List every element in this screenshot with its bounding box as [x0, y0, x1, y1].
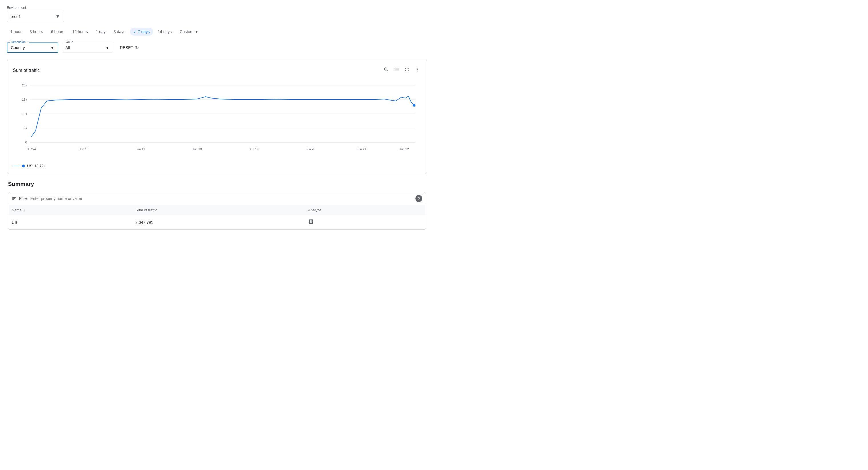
environment-value: prod1: [10, 14, 21, 19]
reset-label: RESET: [120, 45, 133, 50]
time-btn-14d[interactable]: 14 days: [154, 28, 175, 36]
time-btn-1d[interactable]: 1 day: [93, 28, 109, 36]
chart-card: Sum of traffic: [7, 60, 427, 174]
value-wrapper: Value All ▼: [62, 43, 113, 53]
svg-text:Jun 16: Jun 16: [79, 147, 89, 151]
svg-text:5k: 5k: [24, 126, 27, 130]
svg-point-19: [412, 103, 416, 107]
summary-table: Name ↑ Sum of traffic Analyze US: [8, 205, 426, 230]
chart-more-button[interactable]: [413, 66, 421, 75]
svg-text:UTC-4: UTC-4: [27, 147, 36, 151]
time-btn-7d[interactable]: ✓ 7 days: [130, 28, 153, 36]
chart-filter-button[interactable]: [393, 66, 401, 75]
legend-dot: [22, 165, 25, 167]
analyze-svg: [308, 219, 314, 225]
time-btn-1h[interactable]: 1 hour: [7, 28, 25, 36]
row-traffic: 3,047,791: [132, 215, 305, 230]
col-analyze-label: Analyze: [308, 208, 321, 212]
environment-label: Environment: [7, 6, 427, 10]
zoom-icon: [383, 67, 389, 72]
time-btn-6h[interactable]: 6 hours: [48, 28, 68, 36]
chart-title: Sum of traffic: [13, 68, 40, 73]
table-header-row: Name ↑ Sum of traffic Analyze: [8, 205, 426, 215]
legend-label: US: 13.72k: [27, 164, 45, 168]
environment-select[interactable]: prod1 ▼: [7, 11, 64, 22]
table-row: US 3,047,791: [8, 215, 426, 230]
svg-text:10k: 10k: [22, 112, 27, 115]
chart-header: Sum of traffic: [13, 66, 421, 75]
legend-line: [13, 166, 20, 166]
value-label: Value: [64, 40, 74, 44]
col-traffic: Sum of traffic: [132, 205, 305, 215]
filter-label: Filter: [19, 196, 28, 201]
chart-container: 20k 15k 10k 5k 0 UTC-4 Jun 16 Jun 17 Jun…: [13, 79, 421, 160]
time-btn-7d-label: 7 days: [138, 29, 150, 34]
svg-text:Jun 22: Jun 22: [399, 147, 409, 151]
col-traffic-label: Sum of traffic: [135, 208, 157, 212]
chart-expand-button[interactable]: [403, 66, 411, 75]
expand-icon: [404, 67, 410, 72]
dimension-dropdown-arrow: ▼: [50, 45, 54, 50]
time-btn-3d[interactable]: 3 days: [110, 28, 129, 36]
summary-filter-input[interactable]: [30, 196, 413, 201]
filter-lines-icon: [12, 196, 17, 201]
summary-section: Summary Filter ? Name ↑: [7, 181, 427, 230]
value-dropdown-arrow: ▼: [105, 45, 110, 50]
dimension-label: Dimension *: [10, 40, 29, 44]
summary-title: Summary: [8, 181, 426, 188]
value-select[interactable]: All ▼: [65, 45, 110, 50]
check-icon: ✓: [133, 29, 137, 34]
dimension-value: Country: [11, 45, 25, 50]
chart-zoom-button[interactable]: [382, 66, 390, 75]
traffic-chart: 20k 15k 10k 5k 0 UTC-4 Jun 16 Jun 17 Jun…: [13, 79, 421, 160]
filter-section: Dimension * Country ▼ Value All ▼ RESET …: [7, 42, 427, 53]
page-container: Environment prod1 ▼ 1 hour 3 hours 6 hou…: [0, 0, 434, 236]
row-name: US: [8, 215, 132, 230]
svg-text:15k: 15k: [22, 98, 27, 101]
time-btn-3h[interactable]: 3 hours: [26, 28, 46, 36]
value-value: All: [65, 45, 70, 50]
summary-filter-bar: Filter ?: [8, 192, 426, 205]
filter-icon: [394, 67, 399, 72]
environment-dropdown-arrow: ▼: [55, 13, 60, 20]
col-analyze: Analyze: [305, 205, 426, 215]
svg-text:Jun 21: Jun 21: [357, 147, 366, 151]
svg-text:Jun 20: Jun 20: [306, 147, 315, 151]
svg-text:0: 0: [25, 141, 27, 144]
analyze-icon[interactable]: [308, 220, 314, 226]
dimension-wrapper: Dimension * Country ▼: [7, 42, 58, 53]
chart-legend: US: 13.72k: [13, 164, 421, 168]
row-analyze: [305, 215, 426, 230]
time-range-section: 1 hour 3 hours 6 hours 12 hours 1 day 3 …: [7, 28, 427, 36]
col-name-label: Name: [12, 208, 22, 212]
environment-section: Environment prod1 ▼: [7, 6, 427, 22]
svg-text:Jun 17: Jun 17: [135, 147, 145, 151]
more-vert-icon: [414, 67, 420, 72]
custom-label: Custom: [180, 29, 193, 34]
reset-button[interactable]: RESET ↻: [117, 43, 142, 53]
time-btn-12h[interactable]: 12 hours: [69, 28, 91, 36]
svg-text:Jun 18: Jun 18: [192, 147, 202, 151]
chart-actions: [382, 66, 421, 75]
summary-table-container: Filter ? Name ↑ Sum of traffic: [8, 192, 426, 230]
dimension-select[interactable]: Country ▼: [11, 45, 54, 50]
time-btn-custom[interactable]: Custom ▼: [176, 28, 202, 36]
col-name[interactable]: Name ↑: [8, 205, 132, 215]
sort-icon: ↑: [24, 208, 25, 212]
help-icon[interactable]: ?: [415, 195, 422, 202]
svg-text:Jun 19: Jun 19: [249, 147, 259, 151]
reset-icon: ↻: [135, 45, 139, 51]
custom-dropdown-arrow: ▼: [195, 29, 199, 34]
svg-text:20k: 20k: [22, 83, 27, 87]
